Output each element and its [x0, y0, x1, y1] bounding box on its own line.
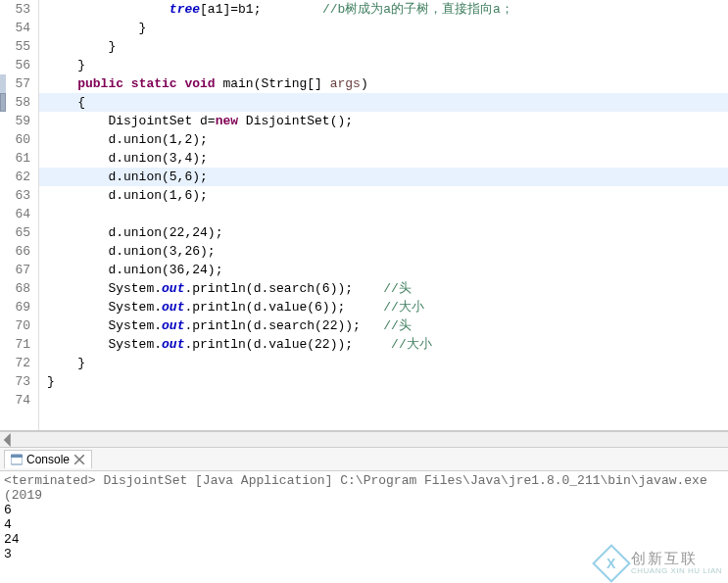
watermark-en: CHUANG XIN HU LIAN	[631, 567, 722, 576]
code-line[interactable]: System.out.println(d.search(6)); //头	[39, 279, 728, 298]
token: out	[162, 300, 184, 315]
console-output-line: 24	[4, 532, 724, 547]
code-line[interactable]: d.union(36,24);	[39, 261, 728, 279]
line-number: 72	[0, 354, 30, 372]
line-number: 53	[0, 0, 30, 19]
console-tab-bar: Console	[0, 448, 728, 471]
code-line[interactable]: System.out.println(d.search(22)); //头	[39, 316, 728, 335]
code-line[interactable]: }	[39, 56, 728, 74]
token: //头	[383, 318, 412, 333]
line-number: 74	[0, 391, 30, 410]
token: args	[330, 76, 361, 91]
scroll-left-icon[interactable]	[2, 434, 16, 446]
watermark-cn: 创新互联	[631, 551, 722, 567]
line-number: 64	[0, 205, 30, 223]
console-output-line: 4	[4, 517, 724, 532]
token: //b树成为a的子树，直接指向a；	[322, 2, 513, 17]
close-icon[interactable]	[73, 454, 85, 465]
code-line[interactable]	[39, 205, 728, 223]
code-line[interactable]: d.union(3,4);	[39, 149, 728, 168]
change-marker	[0, 93, 6, 112]
line-number: 59	[0, 112, 30, 130]
token: tree	[170, 2, 200, 17]
console-run-status: <terminated> DisjointSet [Java Applicati…	[4, 473, 724, 503]
token: //大小	[391, 337, 432, 352]
line-number: 60	[0, 130, 30, 149]
line-number: 54	[0, 19, 30, 37]
code-line[interactable]: }	[39, 372, 728, 391]
code-line[interactable]: d.union(1,6);	[39, 186, 728, 205]
token: out	[162, 337, 184, 352]
code-line[interactable]: tree[a1]=b1; //b树成为a的子树，直接指向a；	[39, 0, 728, 19]
line-number: 71	[0, 335, 30, 354]
code-line[interactable]: }	[39, 37, 728, 56]
code-line[interactable]: DisjointSet d=new DisjointSet();	[39, 112, 728, 130]
line-number: 73	[0, 372, 30, 391]
watermark-logo-icon: X	[592, 544, 631, 583]
console-icon	[11, 454, 23, 465]
code-line[interactable]: d.union(22,24);	[39, 223, 728, 242]
line-number: 63	[0, 186, 30, 205]
line-number: 55	[0, 37, 30, 56]
token: //大小	[383, 300, 424, 315]
token: void	[184, 76, 215, 91]
code-area[interactable]: tree[a1]=b1; //b树成为a的子树，直接指向a； } } } pub…	[39, 0, 728, 430]
horizontal-scrollbar[interactable]	[0, 431, 728, 447]
line-number: 56	[0, 56, 30, 74]
console-tab[interactable]: Console	[4, 450, 92, 468]
line-number: 69	[0, 298, 30, 316]
code-line[interactable]: d.union(3,26);	[39, 242, 728, 261]
code-line[interactable]: public static void main(String[] args)	[39, 74, 728, 93]
line-number: 62	[0, 168, 30, 186]
console-tab-label: Console	[26, 453, 70, 466]
line-number-gutter: 5354555657585960616263646566676869707172…	[0, 0, 39, 430]
watermark: X 创新互联 CHUANG XIN HU LIAN	[598, 550, 722, 577]
line-number: 66	[0, 242, 30, 261]
line-number: 61	[0, 149, 30, 168]
line-number: 68	[0, 279, 30, 298]
code-line[interactable]: {	[39, 93, 728, 112]
token: //头	[383, 281, 412, 296]
token: static	[131, 76, 185, 91]
console-output-line: 6	[4, 503, 724, 517]
console-panel: Console <terminated> DisjointSet [Java A…	[0, 447, 728, 563]
token: out	[162, 318, 184, 333]
token: out	[162, 281, 184, 296]
code-line[interactable]: System.out.println(d.value(6)); //大小	[39, 298, 728, 316]
code-line[interactable]: }	[39, 354, 728, 372]
token: public	[77, 76, 131, 91]
code-line[interactable]: d.union(1,2);	[39, 130, 728, 149]
line-number: 70	[0, 316, 30, 335]
code-editor[interactable]: 5354555657585960616263646566676869707172…	[0, 0, 728, 431]
line-number: 65	[0, 223, 30, 242]
line-number: 67	[0, 261, 30, 279]
code-line[interactable]	[39, 391, 728, 410]
code-line[interactable]: }	[39, 19, 728, 37]
code-line[interactable]: d.union(5,6);	[39, 168, 728, 186]
token: new	[216, 114, 238, 128]
code-line[interactable]: System.out.println(d.value(22)); //大小	[39, 335, 728, 354]
svg-rect-1	[11, 455, 23, 458]
